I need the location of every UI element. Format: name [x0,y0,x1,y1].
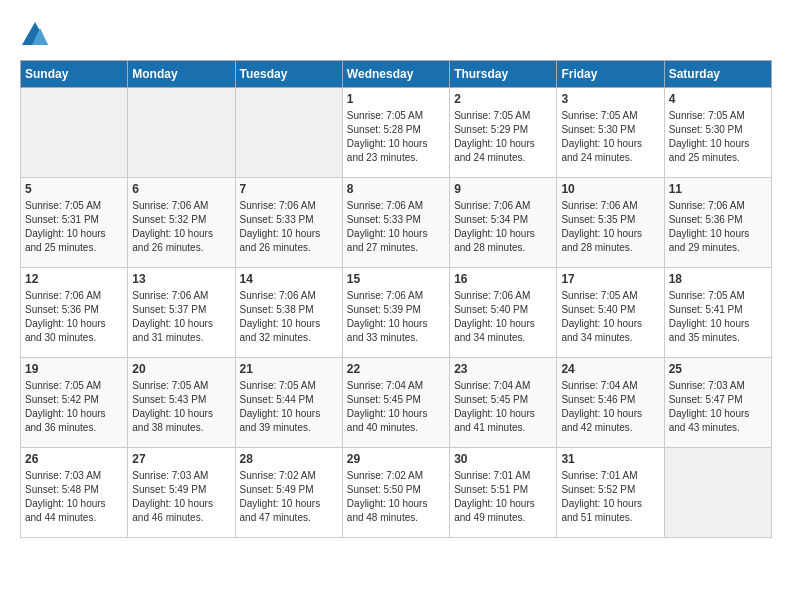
header-day-friday: Friday [557,61,664,88]
calendar-cell: 8Sunrise: 7:06 AMSunset: 5:33 PMDaylight… [342,178,449,268]
calendar-cell: 17Sunrise: 7:05 AMSunset: 5:40 PMDayligh… [557,268,664,358]
day-number: 31 [561,452,659,466]
day-number: 11 [669,182,767,196]
calendar-cell: 4Sunrise: 7:05 AMSunset: 5:30 PMDaylight… [664,88,771,178]
day-info: Sunrise: 7:06 AMSunset: 5:38 PMDaylight:… [240,289,338,345]
page-header [20,20,772,50]
day-info: Sunrise: 7:06 AMSunset: 5:40 PMDaylight:… [454,289,552,345]
calendar-table: SundayMondayTuesdayWednesdayThursdayFrid… [20,60,772,538]
day-info: Sunrise: 7:02 AMSunset: 5:49 PMDaylight:… [240,469,338,525]
day-number: 8 [347,182,445,196]
week-row-4: 19Sunrise: 7:05 AMSunset: 5:42 PMDayligh… [21,358,772,448]
day-info: Sunrise: 7:06 AMSunset: 5:32 PMDaylight:… [132,199,230,255]
calendar-cell: 12Sunrise: 7:06 AMSunset: 5:36 PMDayligh… [21,268,128,358]
day-info: Sunrise: 7:03 AMSunset: 5:49 PMDaylight:… [132,469,230,525]
calendar-cell: 30Sunrise: 7:01 AMSunset: 5:51 PMDayligh… [450,448,557,538]
week-row-5: 26Sunrise: 7:03 AMSunset: 5:48 PMDayligh… [21,448,772,538]
calendar-cell: 18Sunrise: 7:05 AMSunset: 5:41 PMDayligh… [664,268,771,358]
day-info: Sunrise: 7:04 AMSunset: 5:45 PMDaylight:… [454,379,552,435]
day-number: 25 [669,362,767,376]
day-info: Sunrise: 7:06 AMSunset: 5:34 PMDaylight:… [454,199,552,255]
day-info: Sunrise: 7:05 AMSunset: 5:31 PMDaylight:… [25,199,123,255]
calendar-cell: 29Sunrise: 7:02 AMSunset: 5:50 PMDayligh… [342,448,449,538]
week-row-2: 5Sunrise: 7:05 AMSunset: 5:31 PMDaylight… [21,178,772,268]
calendar-body: 1Sunrise: 7:05 AMSunset: 5:28 PMDaylight… [21,88,772,538]
day-info: Sunrise: 7:06 AMSunset: 5:37 PMDaylight:… [132,289,230,345]
day-number: 9 [454,182,552,196]
header-day-thursday: Thursday [450,61,557,88]
day-info: Sunrise: 7:05 AMSunset: 5:29 PMDaylight:… [454,109,552,165]
header-day-sunday: Sunday [21,61,128,88]
day-number: 17 [561,272,659,286]
day-number: 20 [132,362,230,376]
logo-icon [20,20,50,50]
day-number: 24 [561,362,659,376]
calendar-cell [128,88,235,178]
day-number: 15 [347,272,445,286]
day-info: Sunrise: 7:06 AMSunset: 5:33 PMDaylight:… [347,199,445,255]
calendar-cell: 23Sunrise: 7:04 AMSunset: 5:45 PMDayligh… [450,358,557,448]
day-number: 4 [669,92,767,106]
calendar-cell: 1Sunrise: 7:05 AMSunset: 5:28 PMDaylight… [342,88,449,178]
calendar-cell: 26Sunrise: 7:03 AMSunset: 5:48 PMDayligh… [21,448,128,538]
calendar-cell [664,448,771,538]
calendar-cell: 20Sunrise: 7:05 AMSunset: 5:43 PMDayligh… [128,358,235,448]
day-number: 13 [132,272,230,286]
day-number: 5 [25,182,123,196]
day-number: 10 [561,182,659,196]
calendar-cell: 7Sunrise: 7:06 AMSunset: 5:33 PMDaylight… [235,178,342,268]
day-info: Sunrise: 7:04 AMSunset: 5:45 PMDaylight:… [347,379,445,435]
header-day-saturday: Saturday [664,61,771,88]
calendar-cell: 5Sunrise: 7:05 AMSunset: 5:31 PMDaylight… [21,178,128,268]
day-number: 23 [454,362,552,376]
day-number: 28 [240,452,338,466]
calendar-cell: 6Sunrise: 7:06 AMSunset: 5:32 PMDaylight… [128,178,235,268]
day-number: 14 [240,272,338,286]
day-number: 3 [561,92,659,106]
day-number: 12 [25,272,123,286]
day-info: Sunrise: 7:01 AMSunset: 5:51 PMDaylight:… [454,469,552,525]
day-info: Sunrise: 7:03 AMSunset: 5:48 PMDaylight:… [25,469,123,525]
day-number: 27 [132,452,230,466]
day-number: 21 [240,362,338,376]
day-info: Sunrise: 7:05 AMSunset: 5:43 PMDaylight:… [132,379,230,435]
calendar-cell: 22Sunrise: 7:04 AMSunset: 5:45 PMDayligh… [342,358,449,448]
day-info: Sunrise: 7:05 AMSunset: 5:41 PMDaylight:… [669,289,767,345]
calendar-cell: 14Sunrise: 7:06 AMSunset: 5:38 PMDayligh… [235,268,342,358]
day-info: Sunrise: 7:05 AMSunset: 5:30 PMDaylight:… [561,109,659,165]
header-day-monday: Monday [128,61,235,88]
day-number: 6 [132,182,230,196]
calendar-cell: 9Sunrise: 7:06 AMSunset: 5:34 PMDaylight… [450,178,557,268]
day-info: Sunrise: 7:06 AMSunset: 5:35 PMDaylight:… [561,199,659,255]
calendar-cell: 25Sunrise: 7:03 AMSunset: 5:47 PMDayligh… [664,358,771,448]
day-number: 29 [347,452,445,466]
calendar-cell: 24Sunrise: 7:04 AMSunset: 5:46 PMDayligh… [557,358,664,448]
calendar-cell: 3Sunrise: 7:05 AMSunset: 5:30 PMDaylight… [557,88,664,178]
day-number: 18 [669,272,767,286]
calendar-cell: 31Sunrise: 7:01 AMSunset: 5:52 PMDayligh… [557,448,664,538]
day-info: Sunrise: 7:06 AMSunset: 5:36 PMDaylight:… [669,199,767,255]
day-number: 30 [454,452,552,466]
day-number: 16 [454,272,552,286]
day-info: Sunrise: 7:06 AMSunset: 5:39 PMDaylight:… [347,289,445,345]
calendar-cell: 28Sunrise: 7:02 AMSunset: 5:49 PMDayligh… [235,448,342,538]
header-day-wednesday: Wednesday [342,61,449,88]
calendar-cell: 21Sunrise: 7:05 AMSunset: 5:44 PMDayligh… [235,358,342,448]
day-info: Sunrise: 7:03 AMSunset: 5:47 PMDaylight:… [669,379,767,435]
day-number: 19 [25,362,123,376]
calendar-cell: 13Sunrise: 7:06 AMSunset: 5:37 PMDayligh… [128,268,235,358]
header-row: SundayMondayTuesdayWednesdayThursdayFrid… [21,61,772,88]
day-info: Sunrise: 7:06 AMSunset: 5:33 PMDaylight:… [240,199,338,255]
calendar-cell: 2Sunrise: 7:05 AMSunset: 5:29 PMDaylight… [450,88,557,178]
day-number: 22 [347,362,445,376]
day-info: Sunrise: 7:02 AMSunset: 5:50 PMDaylight:… [347,469,445,525]
calendar-cell: 11Sunrise: 7:06 AMSunset: 5:36 PMDayligh… [664,178,771,268]
day-info: Sunrise: 7:05 AMSunset: 5:40 PMDaylight:… [561,289,659,345]
day-info: Sunrise: 7:01 AMSunset: 5:52 PMDaylight:… [561,469,659,525]
day-info: Sunrise: 7:04 AMSunset: 5:46 PMDaylight:… [561,379,659,435]
day-number: 2 [454,92,552,106]
calendar-cell: 10Sunrise: 7:06 AMSunset: 5:35 PMDayligh… [557,178,664,268]
calendar-cell: 16Sunrise: 7:06 AMSunset: 5:40 PMDayligh… [450,268,557,358]
week-row-3: 12Sunrise: 7:06 AMSunset: 5:36 PMDayligh… [21,268,772,358]
day-number: 7 [240,182,338,196]
